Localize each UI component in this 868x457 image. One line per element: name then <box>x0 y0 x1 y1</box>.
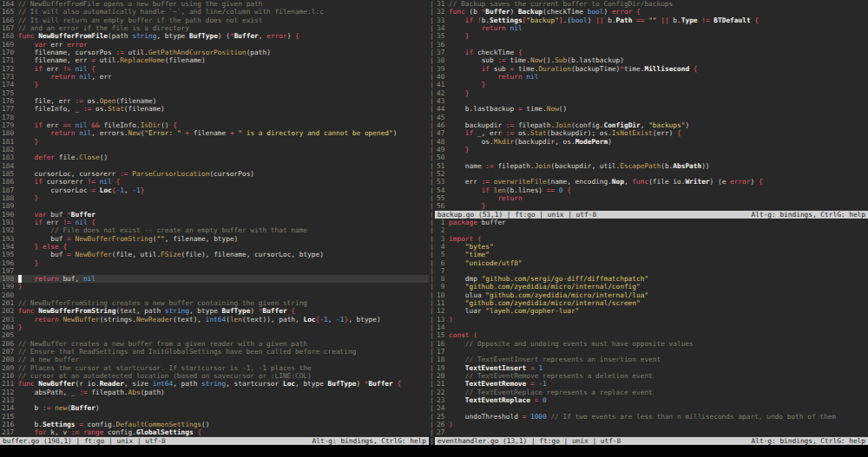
code-line[interactable]: 186 if cursorerr != nil { <box>0 178 429 186</box>
code-line[interactable]: 22 // TextEventReplace represents a repl… <box>435 388 868 396</box>
code-line[interactable]: 210// cursor at an autodetected location… <box>0 372 429 380</box>
code-line[interactable]: 208// a new buffer <box>0 356 429 363</box>
code-line[interactable]: 38 sub := time.Now().Sub(b.lastbackup) <box>435 56 868 64</box>
code-line[interactable]: 49 } <box>435 146 868 153</box>
code-line[interactable]: 189 <box>0 202 429 210</box>
code-line[interactable]: 173 return nil, err <box>0 73 429 81</box>
code-line[interactable]: 13) <box>435 316 868 323</box>
code-line[interactable]: 46 backupdir := filepath.Join(config.Con… <box>435 121 868 129</box>
code-line[interactable]: 194 } else { <box>0 243 429 251</box>
code-line[interactable]: 52 <box>435 170 868 178</box>
code-line[interactable]: 182 <box>0 146 429 153</box>
code-line[interactable]: 40 return nil <box>435 73 868 81</box>
code-line[interactable]: 185 cursorLoc, cursorerr := ParseCursorL… <box>0 170 429 178</box>
code-line[interactable]: 8 dmp "github.com/sergi/go-diff/diffmatc… <box>435 275 868 283</box>
code-line[interactable]: 37 if checkTime { <box>435 49 868 56</box>
code-line[interactable]: 168func NewBufferFromFile(path string, b… <box>0 32 429 40</box>
code-line[interactable]: 180 return nil, errors.New("Error: " + f… <box>0 129 429 137</box>
code-line[interactable]: 215 <box>0 413 429 421</box>
code-line[interactable]: 171 filename, err = util.ReplaceHome(fil… <box>0 56 429 64</box>
code-line[interactable]: 1package buffer <box>435 219 868 226</box>
code-line[interactable]: 31// Backup saves the current buffer to … <box>435 0 868 8</box>
code-line[interactable]: 7 <box>435 267 868 275</box>
code-line[interactable]: 216 b.Settings = config.DefaultCommonSet… <box>0 421 429 428</box>
code-line[interactable]: 42 } <box>435 89 868 97</box>
pane-buffer-go[interactable]: 164// NewBufferFromFile opens a new buff… <box>0 0 429 445</box>
code-line[interactable]: 192 // File does not exist -- create an … <box>0 226 429 234</box>
code-line[interactable]: 54 if len(b.lines) == 0 { <box>435 186 868 194</box>
pane-backup-go[interactable]: 31// Backup saves the current buffer to … <box>435 0 868 219</box>
code-line[interactable]: 167// and an error if the file is a dire… <box>0 24 429 32</box>
code-line[interactable]: 212 absPath, _ := filepath.Abs(path) <box>0 388 429 396</box>
code-line[interactable]: 21 TextEventRemove = -1 <box>435 380 868 388</box>
code-area-backup-go[interactable]: 31// Backup saves the current buffer to … <box>435 0 868 211</box>
code-line[interactable]: 24 <box>435 404 868 412</box>
code-line[interactable]: 202func NewBufferFromString(text, path s… <box>0 307 429 315</box>
code-line[interactable]: 10 ulua "github.com/zyedidia/micro/inter… <box>435 291 868 299</box>
code-line[interactable]: 47 if _, err := os.Stat(backupdir); os.I… <box>435 129 868 137</box>
code-line[interactable]: 39 if sub < time.Duration(backupTime)*ti… <box>435 65 868 73</box>
code-line[interactable]: 170 filename, cursorPos := util.GetPathA… <box>0 49 429 56</box>
code-line[interactable]: 207// Ensure that ReadSettings and InitG… <box>0 348 429 356</box>
code-line[interactable]: 17 <box>435 348 868 356</box>
code-line[interactable]: 193 buf = NewBufferFromString("", filena… <box>0 235 429 243</box>
code-line[interactable]: 211func NewBuffer(r io.Reader, size int6… <box>0 380 429 388</box>
code-line[interactable]: 203 return NewBuffer(strings.NewReader(t… <box>0 316 429 323</box>
code-line[interactable]: 191 if err != nil { <box>0 219 429 226</box>
code-line[interactable]: 176 file, err := os.Open(filename) <box>0 97 429 105</box>
code-line[interactable]: 200 <box>0 291 429 299</box>
code-line[interactable]: 184 <box>0 162 429 170</box>
code-line[interactable]: 27 <box>435 428 868 436</box>
code-line[interactable]: 199} <box>0 283 429 291</box>
code-line[interactable]: 45 <box>435 114 868 121</box>
code-line[interactable]: 169 var err error <box>0 41 429 49</box>
code-line[interactable]: 11 "github.com/zyedidia/micro/internal/s… <box>435 299 868 307</box>
code-line[interactable]: 19 TextEventInsert = 1 <box>435 364 868 372</box>
code-line[interactable]: 209// Places the cursor at startcursor. … <box>0 364 429 372</box>
code-line[interactable]: 6 "unicode/utf8" <box>435 259 868 267</box>
code-line[interactable]: 174 } <box>0 81 429 88</box>
code-line[interactable]: 56 } <box>435 202 868 210</box>
code-line[interactable]: 35 } <box>435 32 868 40</box>
code-line[interactable]: 217 for k, v := range config.GlobalSetti… <box>0 428 429 436</box>
code-area-eventhandler-go[interactable]: 1package buffer23import (4 "bytes"5 "tim… <box>435 219 868 437</box>
code-line[interactable]: 206// NewBuffer creates a new buffer fro… <box>0 340 429 348</box>
code-line[interactable]: 32func (b *Buffer) Backup(checkTime bool… <box>435 8 868 16</box>
code-line[interactable]: 15const ( <box>435 331 868 339</box>
code-line[interactable]: 12 luar "layeh.com/gopher-luar" <box>435 307 868 315</box>
code-line[interactable]: 181 } <box>0 138 429 146</box>
code-line[interactable]: 26) <box>435 421 868 428</box>
code-line[interactable]: 165// It will also automatically handle … <box>0 8 429 16</box>
code-line[interactable]: 196 } <box>0 259 429 267</box>
code-line[interactable]: 36 <box>435 41 868 49</box>
pane-eventhandler-go[interactable]: 1package buffer23import (4 "bytes"5 "tim… <box>435 219 868 445</box>
code-line[interactable]: 198 return buf, nil <box>0 275 429 283</box>
code-line[interactable]: 3import ( <box>435 235 868 243</box>
code-line[interactable]: 201// NewBufferFromString creates a new … <box>0 299 429 307</box>
code-line[interactable]: 53 err := overwriteFile(name, encoding.N… <box>435 178 868 186</box>
code-line[interactable]: 183 defer file.Close() <box>0 153 429 161</box>
code-line[interactable]: 16 // Opposite and undoing events must h… <box>435 340 868 348</box>
code-line[interactable]: 172 if err != nil { <box>0 65 429 73</box>
code-line[interactable]: 18 // TextEventInsert represents an inse… <box>435 356 868 363</box>
code-line[interactable]: 9 "github.com/zyedidia/micro/internal/co… <box>435 283 868 291</box>
code-line[interactable]: 197 <box>0 267 429 275</box>
code-line[interactable]: 187 cursorLoc = Loc{-1, -1} <box>0 186 429 194</box>
code-line[interactable]: 204} <box>0 323 429 331</box>
code-line[interactable]: 190 var buf *Buffer <box>0 211 429 219</box>
code-line[interactable]: 51 name := filepath.Join(backupdir, util… <box>435 162 868 170</box>
code-line[interactable]: 33 if !b.Settings["backup"].(bool) || b.… <box>435 16 868 24</box>
code-line[interactable]: 2 <box>435 226 868 234</box>
code-area-buffer-go[interactable]: 164// NewBufferFromFile opens a new buff… <box>0 0 429 437</box>
code-line[interactable]: 20 // TextEventRemove represents a delet… <box>435 372 868 380</box>
code-line[interactable]: 164// NewBufferFromFile opens a new buff… <box>0 0 429 8</box>
code-line[interactable]: 14 <box>435 323 868 331</box>
code-line[interactable]: 41 } <box>435 81 868 88</box>
code-line[interactable]: 195 buf = NewBuffer(file, util.FSize(fil… <box>0 251 429 258</box>
code-line[interactable]: 44 b.lastbackup = time.Now() <box>435 105 868 113</box>
code-line[interactable]: 43 <box>435 97 868 105</box>
code-line[interactable]: 25 undoThreshold = 1000 // If two events… <box>435 413 868 421</box>
code-line[interactable]: 50 <box>435 153 868 161</box>
code-line[interactable]: 179 if err == nil && fileInfo.IsDir() { <box>0 121 429 129</box>
code-line[interactable]: 214 b := new(Buffer) <box>0 404 429 412</box>
